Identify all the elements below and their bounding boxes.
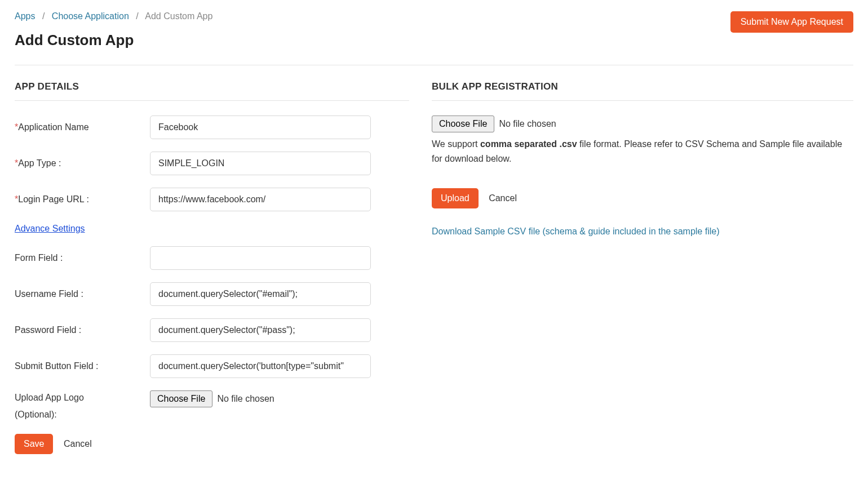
app-logo-file-status: No file chosen [217, 394, 274, 404]
app-details-section-title: APP DETAILS [15, 81, 409, 101]
bulk-file-status: No file chosen [499, 119, 556, 129]
breadcrumb-separator: / [42, 11, 45, 21]
username-field-label: Username Field : [15, 289, 150, 299]
form-field-label: Form Field : [15, 253, 150, 263]
breadcrumb-choose-application[interactable]: Choose Application [52, 11, 129, 21]
app-logo-choose-file-button[interactable]: Choose File [150, 390, 212, 407]
bulk-support-text: We support comma separated .csv file for… [432, 137, 853, 166]
save-button[interactable]: Save [15, 434, 53, 454]
form-field-input[interactable] [150, 246, 371, 270]
upload-app-logo-label: Upload App Logo (Optional): [15, 390, 150, 421]
submit-button-field-input[interactable] [150, 354, 371, 378]
divider [15, 65, 853, 65]
bulk-cancel-button[interactable]: Cancel [481, 188, 525, 208]
app-type-label: *App Type : [15, 158, 150, 168]
app-type-input[interactable] [150, 152, 371, 175]
download-sample-csv-link[interactable]: Download Sample CSV file (schema & guide… [432, 226, 719, 236]
application-name-input[interactable] [150, 116, 371, 139]
advance-settings-link[interactable]: Advance Settings [15, 224, 85, 234]
application-name-label-text: Application Name [18, 122, 88, 132]
breadcrumb-separator: / [136, 11, 138, 21]
breadcrumb: Apps / Choose Application / Add Custom A… [15, 11, 212, 21]
breadcrumb-current: Add Custom App [145, 11, 212, 21]
upload-app-logo-optional: (Optional): [15, 407, 150, 422]
cancel-button[interactable]: Cancel [56, 434, 100, 454]
bulk-choose-file-button[interactable]: Choose File [432, 116, 494, 132]
breadcrumb-apps[interactable]: Apps [15, 11, 35, 21]
bulk-registration-section-title: BULK APP REGISTRATION [432, 81, 853, 101]
username-field-input[interactable] [150, 282, 371, 306]
app-type-label-text: App Type : [18, 158, 61, 168]
login-page-url-label-text: Login Page URL : [18, 194, 89, 204]
password-field-input[interactable] [150, 318, 371, 342]
submit-button-field-label: Submit Button Field : [15, 361, 150, 371]
page-title: Add Custom App [15, 32, 212, 49]
login-page-url-label: *Login Page URL : [15, 194, 150, 205]
bulk-support-prefix: We support [432, 139, 480, 149]
login-page-url-input[interactable] [150, 188, 371, 211]
upload-button[interactable]: Upload [432, 188, 479, 208]
application-name-label: *Application Name [15, 122, 150, 132]
app-logo-file-chooser: Choose File No file chosen [150, 390, 274, 407]
bulk-file-chooser: Choose File No file chosen [432, 116, 556, 132]
bulk-support-bold: comma separated .csv [480, 139, 577, 149]
submit-new-app-request-button[interactable]: Submit New App Request [730, 11, 853, 33]
upload-app-logo-text: Upload App Logo [15, 393, 84, 402]
password-field-label: Password Field : [15, 325, 150, 335]
